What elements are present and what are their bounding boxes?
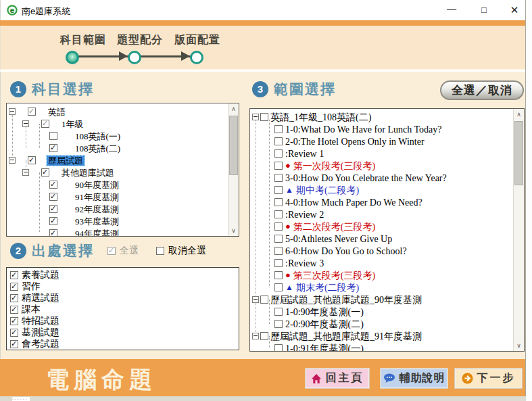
tree-item-label[interactable]: 93年度基測 xyxy=(74,216,120,227)
tree-row[interactable]: ▲ 期末考(二段考) xyxy=(250,281,513,293)
collapse-toggle-icon[interactable] xyxy=(9,157,16,164)
collapse-toggle-icon[interactable] xyxy=(9,108,16,115)
tree-checkbox[interactable] xyxy=(274,283,283,291)
tree-checkbox[interactable] xyxy=(274,198,283,206)
tree-row[interactable]: 94年度基測 xyxy=(7,227,228,236)
tree-item-label[interactable]: 92年度基測 xyxy=(74,204,120,214)
tree-row[interactable]: 2-0:90年度基測(二) xyxy=(250,318,513,330)
source-checkbox[interactable] xyxy=(10,306,18,314)
tree-checkbox[interactable] xyxy=(274,186,283,194)
source-item-label[interactable]: 精選試題 xyxy=(22,293,59,303)
tree-checkbox[interactable] xyxy=(260,296,268,304)
tree-checkbox[interactable] xyxy=(274,162,283,170)
tree-row[interactable]: 1-0:91年度基測(一) xyxy=(250,342,513,351)
collapse-toggle-icon[interactable] xyxy=(22,169,29,176)
tree-checkbox[interactable] xyxy=(274,308,283,316)
tree-row[interactable]: 5-0:Athletes Never Give Up xyxy=(250,233,513,245)
source-list-item[interactable]: 特招試題 xyxy=(7,315,239,327)
source-checkbox[interactable] xyxy=(10,294,18,302)
tree-row[interactable]: ● 第三次段考(三段考) xyxy=(250,269,513,281)
tree-item-label[interactable]: :Review 2 xyxy=(284,210,325,220)
tree-row[interactable]: 90年度基測 xyxy=(7,179,228,191)
collapse-toggle-icon[interactable] xyxy=(252,333,259,339)
tree-checkbox[interactable] xyxy=(49,132,57,140)
tree-row[interactable]: 93年度基測 xyxy=(7,215,228,227)
source-item-label[interactable]: 課本 xyxy=(22,304,41,314)
tree-checkbox[interactable] xyxy=(28,108,36,116)
tree-row[interactable]: 英語 xyxy=(7,105,228,118)
tree-checkbox[interactable] xyxy=(49,181,57,189)
select-all-checkbox[interactable] xyxy=(107,247,116,255)
scrollbar-thumb[interactable] xyxy=(514,121,523,185)
tree-row[interactable]: ● 第二次段考(三段考) xyxy=(250,220,513,233)
tree-item-label[interactable]: 1年級 xyxy=(60,119,85,129)
help-button[interactable]: 輔助說明 xyxy=(381,369,448,388)
tree-item-label[interactable]: 其他題庫試題 xyxy=(60,168,116,178)
source-item-label[interactable]: 習作 xyxy=(22,281,41,291)
tree-item-label[interactable]: 第二次段考(三段考) xyxy=(292,222,377,232)
collapse-toggle-icon[interactable] xyxy=(252,114,259,120)
tree-item-label[interactable]: 英語_1年級_108英語(二) xyxy=(269,112,372,122)
source-item-label[interactable]: 會考試題 xyxy=(22,339,59,349)
source-item-label[interactable]: 特招試題 xyxy=(22,316,59,326)
source-item-label[interactable]: 基測試題 xyxy=(22,327,59,337)
tree-row[interactable]: :Review 3 xyxy=(250,257,513,269)
tree-item-label[interactable]: 2-0:The Hotel Opens Only in Winter xyxy=(284,137,426,147)
close-button[interactable]: ✕ xyxy=(504,3,525,18)
scroll-up-icon[interactable]: ∧ xyxy=(228,103,239,114)
tree-item-label[interactable]: 4-0:How Much Paper Do We Need? xyxy=(284,197,424,208)
maximize-button[interactable]: □ xyxy=(474,3,494,18)
range-tree-scrollbar[interactable]: ∧ ∨ xyxy=(513,109,524,351)
source-checkbox[interactable] xyxy=(10,283,18,291)
tree-item-label[interactable]: 第一次段考(三段考) xyxy=(292,161,377,171)
source-checkbox[interactable] xyxy=(10,271,18,279)
tree-row[interactable]: 歷屆試題_其他題庫試題_91年度基測 xyxy=(250,330,513,342)
tree-checkbox[interactable] xyxy=(274,320,283,328)
tree-row[interactable]: ● 第一次段考(三段考) xyxy=(250,160,513,172)
source-list-item[interactable]: 會考試題 xyxy=(7,338,239,350)
tree-checkbox[interactable] xyxy=(260,113,268,121)
tree-row[interactable]: 1-0:90年度基測(一) xyxy=(250,306,513,318)
source-list-item[interactable]: 素養試題 xyxy=(7,269,239,281)
tree-row[interactable]: ▲ 期中考(二段考) xyxy=(250,184,513,196)
tree-item-label[interactable]: 歷屆試題_其他題庫試題_91年度基測 xyxy=(269,331,423,341)
source-list-item[interactable]: 習作 xyxy=(7,281,239,292)
subject-tree-scrollbar[interactable]: ∧ ∨ xyxy=(228,103,239,236)
select-all-toggle-button[interactable]: 全選／取消 xyxy=(440,80,524,100)
tree-row[interactable]: 92年度基測 xyxy=(7,203,228,215)
tree-item-label[interactable]: 2-0:90年度基測(二) xyxy=(284,319,365,329)
tree-row-selected[interactable]: 歷屆試題 xyxy=(7,154,228,166)
next-step-button[interactable]: 下一步 xyxy=(455,369,522,388)
tree-item-label[interactable]: 期中考(二段考) xyxy=(295,185,360,195)
tree-checkbox[interactable] xyxy=(49,144,57,152)
tree-checkbox[interactable] xyxy=(41,120,49,128)
tree-item-label[interactable]: :Review 1 xyxy=(284,149,325,159)
collapse-toggle-icon[interactable] xyxy=(22,120,29,127)
tree-checkbox[interactable] xyxy=(274,271,283,279)
tree-item-label[interactable]: 5-0:Athletes Never Give Up xyxy=(284,234,393,244)
tree-row[interactable]: 歷屆試題_其他題庫試題_90年度基測 xyxy=(250,293,513,306)
tree-checkbox[interactable] xyxy=(274,259,283,267)
tree-checkbox[interactable] xyxy=(41,168,49,176)
tree-item-label[interactable]: 歷屆試題 xyxy=(47,156,84,166)
tree-checkbox[interactable] xyxy=(274,247,283,255)
tree-checkbox[interactable] xyxy=(274,137,283,145)
tree-item-label[interactable]: 108英語(二) xyxy=(74,143,122,154)
tree-item-label[interactable]: 91年度基測 xyxy=(74,192,120,202)
tree-item-label[interactable]: 3-0:How Do You Celebrate the New Year? xyxy=(284,173,448,183)
tree-row[interactable]: 英語_1年級_108英語(二) xyxy=(250,111,513,123)
tree-row[interactable]: 108英語(二) xyxy=(7,142,228,154)
tree-checkbox[interactable] xyxy=(274,174,283,182)
source-list-item[interactable]: 課本 xyxy=(7,304,239,315)
tree-checkbox[interactable] xyxy=(260,332,268,340)
source-checkbox[interactable] xyxy=(10,317,18,325)
tree-checkbox[interactable] xyxy=(274,149,283,158)
tree-row[interactable]: 108英語(一) xyxy=(7,130,228,142)
scroll-down-icon[interactable]: ∨ xyxy=(228,225,239,236)
collapse-toggle-icon[interactable] xyxy=(252,296,259,303)
tree-checkbox[interactable] xyxy=(274,235,283,243)
scroll-down-icon[interactable]: ∨ xyxy=(514,340,524,351)
source-checkbox[interactable] xyxy=(10,329,18,337)
tree-checkbox[interactable] xyxy=(274,222,283,231)
minimize-button[interactable]: — xyxy=(441,3,462,18)
